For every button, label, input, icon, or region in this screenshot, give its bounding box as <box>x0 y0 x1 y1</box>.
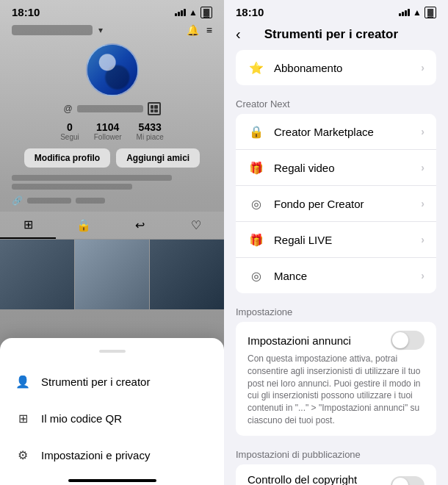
abbonamento-label: Abbonamento <box>274 62 412 74</box>
regali-live-chevron: › <box>421 234 424 245</box>
creator-next-header: Creator Next <box>224 90 448 114</box>
impostazione-header: Impostazione <box>224 298 448 322</box>
wifi-icon-right: ▲ <box>413 7 422 18</box>
creator-marketplace-icon: 🔒 <box>248 123 265 140</box>
sheet-item-settings-label: Impostazioni e privacy <box>41 449 150 461</box>
notifications-icon[interactable]: 🔔 <box>187 24 199 36</box>
mance-item[interactable]: ◎ Mance › <box>236 258 436 293</box>
photo-cell-2[interactable] <box>75 240 149 309</box>
impostazioni-annunci-toggle[interactable] <box>391 331 424 350</box>
buttons-row: Modifica profilo Aggiungi amici <box>12 148 212 168</box>
photo-cell-1[interactable] <box>0 240 74 309</box>
nav-title: Strumenti per i creator <box>247 27 416 42</box>
avatar[interactable] <box>86 43 139 96</box>
creator-marketplace-chevron: › <box>421 126 424 137</box>
sheet-item-settings[interactable]: ⚙ Impostazioni e privacy <box>0 436 224 473</box>
home-indicator-left <box>68 479 156 482</box>
regali-live-label: Regali LIVE <box>274 234 412 246</box>
regali-live-item[interactable]: 🎁 Regali LIVE › <box>236 222 436 258</box>
fondo-creator-chevron: › <box>421 198 424 209</box>
qr-code-icon[interactable] <box>148 102 161 115</box>
settings-icon: ⚙ <box>15 447 31 463</box>
creator-marketplace-label: Creator Marketplace <box>274 126 412 138</box>
qr-menu-icon: ⊞ <box>15 410 31 426</box>
regali-video-item[interactable]: 🎁 Regali video › <box>236 150 436 186</box>
username-dropdown-icon[interactable]: ▾ <box>98 25 103 35</box>
username-placeholder <box>12 25 93 35</box>
sheet-item-qr-code-label: Il mio codice QR <box>41 412 122 425</box>
link-row: 🔗 <box>12 195 212 206</box>
status-time-left: 18:10 <box>12 6 40 18</box>
impostazioni-annunci-title: Impostazioni annunci <box>248 334 391 347</box>
left-panel: 18:10 ▲ ▓ ▾ 🔔 ≡ <box>0 0 224 485</box>
stat-likes-label: Mi piace <box>137 133 164 141</box>
grid-icon: ⊞ <box>24 218 33 231</box>
photos-grid <box>0 240 224 309</box>
avatar-container <box>12 43 212 96</box>
link-icon: 🔗 <box>12 195 23 206</box>
repost-icon: ↩ <box>135 218 145 232</box>
copyright-title: Controllo del copyright dell'audio del v… <box>248 473 391 485</box>
status-bar-left: 18:10 ▲ ▓ <box>0 0 224 21</box>
status-icons-left: ▲ ▓ <box>175 7 212 18</box>
abbonamento-item[interactable]: ⭐ Abbonamento › <box>236 50 436 85</box>
heart-icon: ♡ <box>191 218 201 232</box>
handle-row: @ <box>12 102 212 115</box>
fondo-creator-label: Fondo per Creator <box>274 198 412 210</box>
abbonamento-chevron: › <box>421 62 424 73</box>
tab-grid[interactable]: ⊞ <box>0 212 56 239</box>
stat-following[interactable]: 0 Segui <box>60 121 79 141</box>
status-bar-right: 18:10 ▲ ▓ <box>224 0 448 21</box>
tab-liked[interactable]: ♡ <box>168 212 224 239</box>
impostazioni-annunci-header: Impostazioni annunci <box>248 331 424 350</box>
edit-profile-button[interactable]: Modifica profilo <box>24 148 110 168</box>
menu-icon[interactable]: ≡ <box>206 24 212 36</box>
status-icons-right: ▲ ▓ <box>399 7 436 18</box>
abbonamento-section: ⭐ Abbonamento › <box>236 50 436 85</box>
right-panel: 18:10 ▲ ▓ ‹ Strumenti per i creator ⭐ Ab… <box>224 0 448 485</box>
regali-video-label: Regali video <box>274 162 412 174</box>
wifi-icon: ▲ <box>189 7 198 18</box>
sheet-item-creator-tools[interactable]: 👤 Strumenti per i creator <box>0 363 224 400</box>
stat-following-value: 0 <box>67 121 73 133</box>
tab-lock[interactable]: 🔒 <box>56 212 112 239</box>
regali-video-icon: 🎁 <box>248 159 265 176</box>
tabs-row: ⊞ 🔒 ↩ ♡ <box>0 212 224 240</box>
bio-placeholder <box>12 175 212 190</box>
sheet-item-creator-tools-label: Strumenti per i creator <box>41 376 150 388</box>
signal-icon <box>175 9 186 16</box>
tab-repost[interactable]: ↩ <box>112 212 168 239</box>
username-row: ▾ 🔔 ≡ <box>12 24 212 36</box>
regali-video-chevron: › <box>421 162 424 173</box>
signal-icon-right <box>399 9 410 16</box>
at-symbol: @ <box>63 104 72 114</box>
pubblicazione-header: Impostazioni di pubblicazione <box>224 440 448 464</box>
fondo-creator-icon: ◎ <box>248 195 265 212</box>
sheet-item-qr-code[interactable]: ⊞ Il mio codice QR <box>0 400 224 436</box>
photo-cell-3[interactable] <box>150 240 224 309</box>
copyright-toggle[interactable] <box>391 476 424 485</box>
back-button[interactable]: ‹ <box>236 26 241 43</box>
copyright-card: Controllo del copyright dell'audio del v… <box>236 464 436 485</box>
stat-likes-value: 5433 <box>139 121 162 133</box>
mance-chevron: › <box>421 270 424 281</box>
mance-label: Mance <box>274 270 412 282</box>
stat-followers[interactable]: 1104 Follower <box>94 121 122 141</box>
nav-bar: ‹ Strumenti per i creator <box>224 21 448 50</box>
regali-live-icon: 🎁 <box>248 231 265 248</box>
add-friends-button[interactable]: Aggiungi amici <box>116 148 200 168</box>
creator-next-section: 🔒 Creator Marketplace › 🎁 Regali video ›… <box>236 114 436 293</box>
stat-followers-label: Follower <box>94 133 122 141</box>
battery-icon-right: ▓ <box>424 7 436 18</box>
fondo-creator-item[interactable]: ◎ Fondo per Creator › <box>236 186 436 222</box>
creator-marketplace-item[interactable]: 🔒 Creator Marketplace › <box>236 114 436 150</box>
copyright-item: Controllo del copyright dell'audio del v… <box>236 464 436 485</box>
mance-icon: ◎ <box>248 267 265 284</box>
sheet-handle <box>99 350 126 353</box>
stat-likes[interactable]: 5433 Mi piace <box>137 121 164 141</box>
abbonamento-icon: ⭐ <box>248 59 265 76</box>
bottom-sheet: 👤 Strumenti per i creator ⊞ Il mio codic… <box>0 338 224 485</box>
handle-placeholder <box>77 105 143 112</box>
creator-tools-icon: 👤 <box>15 373 31 389</box>
stats-row: 0 Segui 1104 Follower 5433 Mi piace <box>12 121 212 141</box>
